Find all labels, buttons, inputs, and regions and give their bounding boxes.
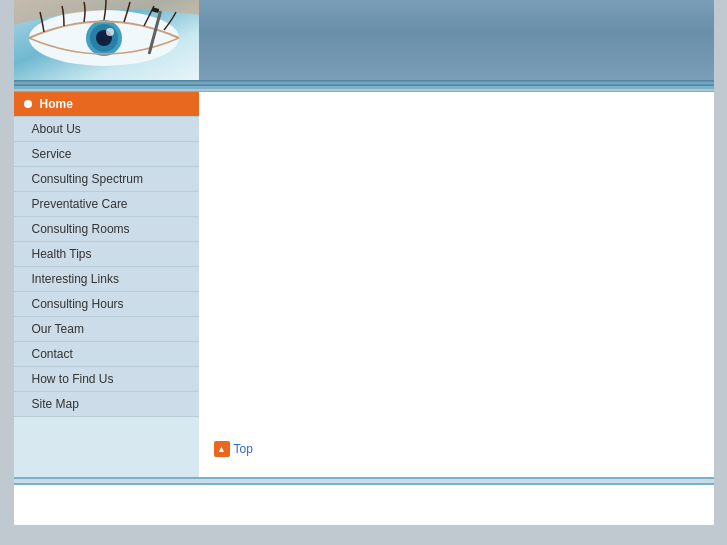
content-area: ▲ Top (199, 92, 714, 477)
nav-item-label: Our Team (32, 322, 84, 336)
sidebar-item-health-tips[interactable]: Health Tips (14, 242, 199, 267)
sidebar-item-consulting-rooms[interactable]: Consulting Rooms (14, 217, 199, 242)
main-area: HomeAbout UsServiceConsulting SpectrumPr… (14, 92, 714, 477)
nav-item-label: Site Map (32, 397, 79, 411)
nav-item-label: Consulting Spectrum (32, 172, 143, 186)
nav-item-label: Preventative Care (32, 197, 128, 211)
footer-space (14, 485, 714, 525)
bottom-separator (14, 477, 714, 485)
top-link[interactable]: ▲ Top (214, 441, 253, 457)
sidebar-item-about-us[interactable]: About Us (14, 117, 199, 142)
nav-item-label: Consulting Hours (32, 297, 124, 311)
header-image (14, 0, 199, 80)
nav-item-label: Contact (32, 347, 73, 361)
nav-item-label: Consulting Rooms (32, 222, 130, 236)
nav-item-label: About Us (32, 122, 81, 136)
top-link-label: Top (234, 442, 253, 456)
nav-item-label: Service (32, 147, 72, 161)
sidebar: HomeAbout UsServiceConsulting SpectrumPr… (14, 92, 199, 477)
sidebar-item-site-map[interactable]: Site Map (14, 392, 199, 417)
nav-active-bullet (24, 100, 32, 108)
sidebar-item-contact[interactable]: Contact (14, 342, 199, 367)
sidebar-item-our-team[interactable]: Our Team (14, 317, 199, 342)
nav-item-label: Home (40, 97, 73, 111)
header (14, 0, 714, 80)
page-wrapper: HomeAbout UsServiceConsulting SpectrumPr… (14, 0, 714, 525)
sidebar-item-interesting-links[interactable]: Interesting Links (14, 267, 199, 292)
header-title-area (199, 0, 714, 80)
top-icon: ▲ (214, 441, 230, 457)
sidebar-item-how-to-find-us[interactable]: How to Find Us (14, 367, 199, 392)
sidebar-item-consulting-spectrum[interactable]: Consulting Spectrum (14, 167, 199, 192)
sidebar-item-home[interactable]: Home (14, 92, 199, 117)
nav-item-label: How to Find Us (32, 372, 114, 386)
sidebar-item-consulting-hours[interactable]: Consulting Hours (14, 292, 199, 317)
sidebar-item-preventative-care[interactable]: Preventative Care (14, 192, 199, 217)
sidebar-item-service[interactable]: Service (14, 142, 199, 167)
nav-item-label: Interesting Links (32, 272, 119, 286)
svg-point-5 (106, 28, 114, 36)
nav-item-label: Health Tips (32, 247, 92, 261)
